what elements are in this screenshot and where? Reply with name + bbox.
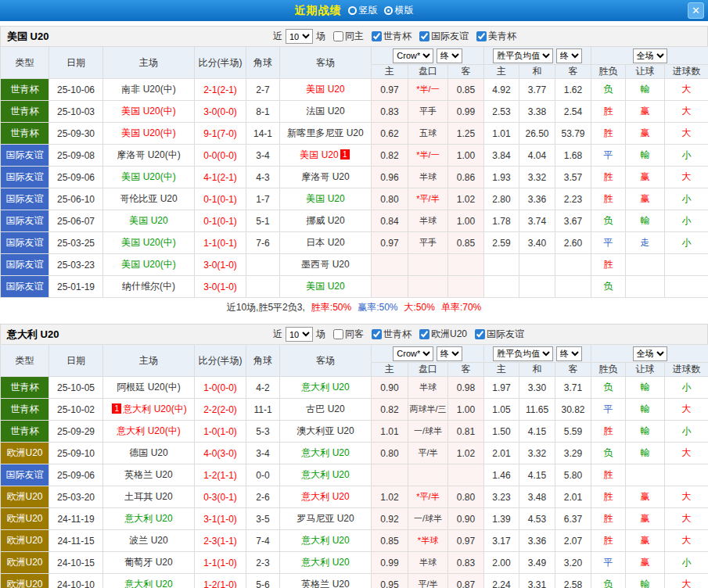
result-outcome: 负 xyxy=(591,443,626,464)
avg-select[interactable]: 胜平负均值 xyxy=(493,48,553,63)
away-team: 挪威 U20 xyxy=(280,210,372,232)
away-odds: 1.02 xyxy=(448,443,484,464)
away-team: 罗马尼亚 U20 xyxy=(280,508,372,530)
competition-type: 国际友谊 xyxy=(1,145,49,167)
avg-select[interactable]: 胜平负均值 xyxy=(493,346,553,361)
avg-away-odds: 30.82 xyxy=(555,399,591,421)
score-halftime: 1-1(0-1) xyxy=(195,232,246,254)
avg-draw-odds: 3.32 xyxy=(519,167,555,188)
radio-vertical-icon[interactable] xyxy=(348,6,357,15)
checkbox-欧洲U20[interactable] xyxy=(419,329,429,339)
filter-option-世青杯[interactable]: 世青杯 xyxy=(372,30,412,43)
near-label: 近 xyxy=(273,30,282,43)
team-label: 意大利 U20 xyxy=(301,491,349,502)
col-goals-result: 进球数 xyxy=(665,363,708,377)
team-label: 纳什维尔(中) xyxy=(122,281,175,292)
match-row: 欧洲U2025-03-20土耳其 U200-3(0-1)2-6意大利 U201.… xyxy=(1,486,708,508)
filter-option-国际友谊[interactable]: 国际友谊 xyxy=(419,30,469,43)
filter-option-欧洲U20[interactable]: 欧洲U20 xyxy=(419,328,467,341)
radio-horizontal-icon[interactable] xyxy=(384,6,393,15)
home-odds xyxy=(372,276,408,298)
layout-vertical-option[interactable]: 竖版 xyxy=(348,4,378,17)
matches-body: 世青杯25-10-05阿根廷 U20(中)1-0(0-0)4-2意大利 U200… xyxy=(1,377,708,588)
result-goals: 大 xyxy=(665,79,708,101)
score-halftime: 2-2(2-0) xyxy=(195,399,246,421)
checkbox-世青杯[interactable] xyxy=(372,329,382,339)
avg-final-select[interactable]: 终 xyxy=(556,48,582,63)
close-button[interactable]: ✕ xyxy=(688,2,704,19)
away-team: 新喀里多尼亚 U20 xyxy=(280,123,372,145)
avg-draw-odds: 3.40 xyxy=(519,232,555,254)
result-outcome: 胜 xyxy=(591,421,626,443)
scope-select[interactable]: 全场 xyxy=(633,48,667,63)
home-odds: 0.85 xyxy=(372,530,408,552)
avg-home-odds: 2.80 xyxy=(484,188,519,210)
result-handicap: 赢 xyxy=(626,486,665,508)
checkbox-同主[interactable] xyxy=(333,31,343,41)
odds-final-select[interactable]: 终 xyxy=(437,346,462,361)
corners xyxy=(246,254,280,276)
avg-draw-odds: 3.49 xyxy=(519,552,555,574)
result-goals xyxy=(665,254,708,276)
home-team: 美国 U20(中) xyxy=(103,123,195,145)
away-team: 意大利 U20 xyxy=(280,464,372,486)
avg-draw-odds: 3.36 xyxy=(519,188,555,210)
score-halftime: 1-0(0-0) xyxy=(195,377,246,399)
checkbox-国际友谊[interactable] xyxy=(419,31,429,41)
away-odds: 1.02 xyxy=(448,188,484,210)
home-team: 纳什维尔(中) xyxy=(103,276,195,298)
home-odds xyxy=(372,254,408,276)
filter-option-同主[interactable]: 同主 xyxy=(333,30,364,43)
home-team: 美国 U20(中) xyxy=(103,254,195,276)
games-label: 场 xyxy=(316,328,325,341)
filter-option-世青杯[interactable]: 世青杯 xyxy=(372,328,412,341)
score-halftime: 1-1(1-0) xyxy=(195,552,246,574)
checkbox-同客[interactable] xyxy=(333,329,343,339)
odds-header: Crow* 终 xyxy=(372,345,484,363)
layout-horizontal-option[interactable]: 横版 xyxy=(384,4,414,17)
away-odds: 0.98 xyxy=(448,377,484,399)
match-count-select[interactable]: 10 xyxy=(286,327,313,342)
matches-body: 世青杯25-10-06南非 U20(中)2-1(2-1)2-7美国 U200.9… xyxy=(1,79,708,298)
team-label: 日本 U20 xyxy=(306,237,344,248)
team-label: 波兰 U20 xyxy=(129,535,167,546)
result-outcome: 胜 xyxy=(591,508,626,530)
avg-final-select[interactable]: 终 xyxy=(556,346,582,361)
team-label: 美国 U20(中) xyxy=(121,127,175,138)
result-handicap: 赢 xyxy=(626,530,665,552)
avg-away-odds: 3.20 xyxy=(555,552,591,574)
checkbox-国际友谊[interactable] xyxy=(475,329,485,339)
scope-select[interactable]: 全场 xyxy=(633,346,667,361)
checkbox-美青杯[interactable] xyxy=(476,31,487,41)
corners: 1-7 xyxy=(246,188,280,210)
odds-source-select[interactable]: Crow* xyxy=(393,48,433,63)
handicap-line xyxy=(408,464,448,486)
match-row: 世青杯25-09-30美国 U20(中)9-1(7-0)14-1新喀里多尼亚 U… xyxy=(1,123,708,145)
corners: 3-4 xyxy=(246,145,280,167)
checkbox-世青杯[interactable] xyxy=(372,31,382,41)
col-corner: 角球 xyxy=(246,345,280,377)
team-label: 英格兰 U20 xyxy=(301,579,349,588)
score-halftime: 4-1(2-1) xyxy=(195,167,246,188)
score-halftime: 2-3(1-1) xyxy=(195,530,246,552)
avg-home-odds: 1.05 xyxy=(484,399,519,421)
score-halftime: 9-1(7-0) xyxy=(195,123,246,145)
result-outcome: 平 xyxy=(591,552,626,574)
result-handicap: 輸 xyxy=(626,574,665,588)
team-label: 葡萄牙 U20 xyxy=(124,557,172,568)
filter-option-国际友谊[interactable]: 国际友谊 xyxy=(475,328,524,341)
match-count-select[interactable]: 10 xyxy=(286,29,313,44)
filter-option-美青杯[interactable]: 美青杯 xyxy=(476,30,516,43)
handicap-line: *半球 xyxy=(408,530,448,552)
odds-source-select[interactable]: Crow* xyxy=(393,346,433,361)
away-team: 墨西哥 U20 xyxy=(280,254,372,276)
result-outcome: 胜 xyxy=(591,101,626,123)
result-outcome: 负 xyxy=(591,276,626,298)
avg-away-odds: 2.54 xyxy=(555,101,591,123)
home-team: 摩洛哥 U20(中) xyxy=(103,145,195,167)
odds-final-select[interactable]: 终 xyxy=(437,48,462,63)
result-goals xyxy=(665,276,708,298)
score-halftime: 0-1(0-1) xyxy=(195,188,246,210)
team-label: 美国 U20(中) xyxy=(121,237,175,248)
filter-option-同客[interactable]: 同客 xyxy=(333,328,364,341)
